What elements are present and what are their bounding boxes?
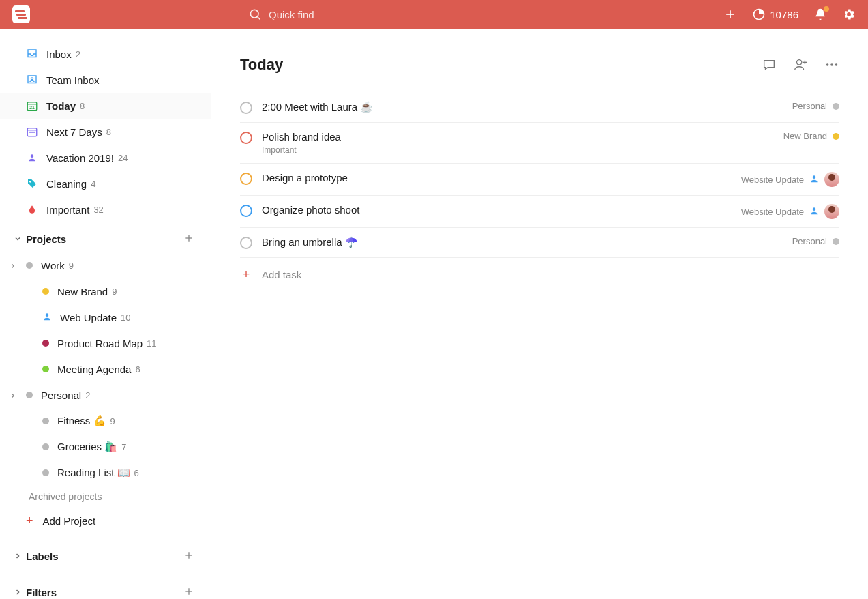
project-label: Personal (41, 390, 81, 401)
search-area[interactable] (248, 8, 723, 21)
favorite-count: 32 (93, 205, 103, 215)
project-count: 9 (112, 287, 117, 297)
project-count: 10 (121, 312, 130, 323)
nav-next-7-days[interactable]: Next 7 Days8 (0, 119, 211, 145)
project-color-dot (42, 469, 49, 476)
project-fitness-[interactable]: Fitness 💪9 (0, 408, 211, 434)
team-icon (26, 74, 38, 86)
main-content: Today 2:00 Meet with Laura ☕PersonalPoli… (211, 29, 868, 599)
project-count: 9 (69, 261, 74, 271)
project-color-dot (26, 262, 33, 269)
task-row[interactable]: 2:00 Meet with Laura ☕Personal (240, 93, 839, 123)
project-color-dot (833, 103, 839, 110)
task-checkbox[interactable] (240, 173, 252, 185)
add-project-button[interactable]: + Add Project (0, 508, 211, 534)
project-label: Work (41, 260, 65, 272)
project-new-brand[interactable]: New Brand9 (0, 278, 211, 304)
task-title: Bring an umbrella ☂️ (262, 236, 792, 248)
add-label-icon[interactable] (183, 550, 194, 563)
nav-label: Inbox (46, 48, 72, 60)
app-logo[interactable] (12, 5, 30, 23)
notifications-button[interactable] (813, 8, 827, 21)
svg-point-26 (826, 63, 829, 66)
svg-point-18 (46, 313, 49, 317)
plus-icon: + (240, 267, 252, 282)
archived-projects[interactable]: Archived projects (0, 491, 211, 502)
favorite-important[interactable]: Important32 (0, 196, 211, 222)
nav-team-inbox[interactable]: Team Inbox (0, 67, 211, 93)
project-label: Fitness 💪 (57, 415, 106, 427)
add-project-icon[interactable] (183, 233, 194, 246)
project-web-update[interactable]: Web Update10 (0, 304, 211, 330)
svg-point-0 (250, 10, 258, 18)
divider (19, 538, 192, 538)
nav-today[interactable]: 21Today8 (0, 93, 211, 119)
project-personal[interactable]: Personal2 (0, 382, 211, 408)
favorite-label: Vacation 2019! (46, 152, 114, 164)
task-row[interactable]: Bring an umbrella ☂️Personal (240, 228, 839, 258)
task-title: 2:00 Meet with Laura ☕ (262, 101, 792, 113)
search-input[interactable] (269, 9, 405, 20)
project-meeting-agenda[interactable]: Meeting Agenda6 (0, 356, 211, 382)
svg-text:21: 21 (29, 105, 35, 110)
notification-dot (824, 6, 829, 12)
nav-inbox[interactable]: Inbox2 (0, 41, 211, 67)
favorite-label: Cleaning (46, 178, 87, 190)
task-project: Website Update (741, 207, 804, 217)
more-icon[interactable] (824, 57, 839, 72)
week-icon (26, 126, 38, 138)
add-filter-icon[interactable] (183, 586, 194, 599)
share-icon[interactable] (793, 57, 808, 72)
filters-header[interactable]: Filters (0, 579, 211, 599)
nav-count: 8 (80, 101, 85, 111)
task-checkbox[interactable] (240, 237, 252, 249)
project-reading-list-[interactable]: Reading List 📖6 (0, 460, 211, 486)
assignee-avatar (824, 172, 839, 187)
favorite-cleaning[interactable]: Cleaning4 (0, 171, 211, 196)
topbar: 10786 (0, 0, 868, 29)
project-label: Meeting Agenda (57, 364, 131, 375)
favorite-vacation-2019-[interactable]: Vacation 2019!24 (0, 145, 211, 171)
task-row[interactable]: Design a prototypeWebsite Update (240, 164, 839, 196)
project-color-dot (42, 366, 49, 372)
task-checkbox[interactable] (240, 205, 252, 217)
task-row[interactable]: Organize photo shootWebsite Update (240, 196, 839, 228)
karma-counter[interactable]: 10786 (752, 8, 798, 21)
project-color-dot (26, 392, 33, 398)
svg-point-30 (813, 207, 816, 211)
svg-point-29 (813, 175, 816, 179)
chevron-right-icon (14, 551, 23, 562)
project-groceries-[interactable]: Groceries 🛍️7 (0, 434, 211, 460)
project-color-dot (833, 238, 839, 245)
project-product-road-map[interactable]: Product Road Map11 (0, 330, 211, 356)
project-color-dot (42, 288, 49, 295)
add-task-button[interactable]: + Add task (240, 258, 839, 291)
project-count: 2 (85, 390, 90, 400)
task-title: Polish brand idea (262, 131, 783, 143)
project-label: Reading List 📖 (57, 467, 130, 479)
task-label: Important (262, 145, 783, 155)
karma-value: 10786 (770, 9, 798, 20)
favorite-label: Important (46, 204, 89, 216)
drop-icon (26, 203, 38, 216)
task-checkbox[interactable] (240, 102, 252, 114)
chevron-right-icon[interactable] (10, 260, 16, 272)
project-work[interactable]: Work9 (0, 252, 211, 278)
chevron-right-icon[interactable] (10, 390, 16, 401)
labels-header[interactable]: Labels (0, 542, 211, 570)
project-count: 6 (134, 468, 139, 478)
nav-count: 8 (106, 127, 111, 137)
svg-point-28 (835, 63, 838, 66)
task-row[interactable]: Polish brand ideaImportantNew Brand (240, 123, 839, 164)
person-icon (809, 174, 819, 186)
search-icon (248, 8, 262, 21)
comment-icon[interactable] (762, 57, 777, 72)
favorite-count: 4 (91, 179, 95, 189)
project-count: 11 (147, 338, 156, 349)
gear-icon[interactable] (842, 8, 856, 21)
svg-point-15 (29, 181, 31, 183)
projects-header[interactable]: Projects (0, 225, 211, 252)
add-task-icon[interactable] (723, 8, 737, 21)
task-title: Design a prototype (262, 172, 741, 184)
task-checkbox[interactable] (240, 132, 252, 144)
